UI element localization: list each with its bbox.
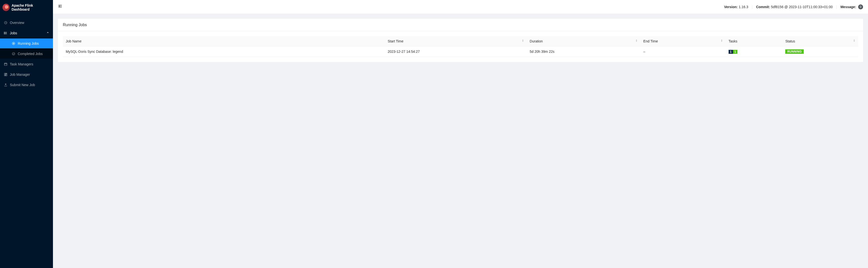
svg-marker-8: [13, 43, 14, 44]
play-circle-icon: [12, 42, 15, 45]
dashboard-icon: [4, 21, 7, 24]
col-duration[interactable]: Duration ▲▼: [527, 36, 641, 46]
sort-icon: ▲▼: [721, 39, 723, 42]
cell-status: RUNNING: [782, 46, 858, 57]
sidebar-submenu-jobs: Jobs Running Jobs: [0, 28, 53, 59]
sort-icon: ▲▼: [853, 39, 855, 42]
app-logo[interactable]: Apache Flink Dashboard: [0, 0, 53, 15]
status-badge: RUNNING: [785, 49, 803, 54]
commit-info: Commit: 5df8156 @ 2023-11-10T11:00:33+01…: [756, 5, 833, 9]
schedule-icon: [4, 62, 7, 66]
cell-start-time: 2023-12-27 14:54:27: [385, 46, 527, 57]
version-value: 1.16.3: [739, 5, 748, 9]
sort-icon: ▲▼: [522, 39, 524, 42]
version-info: Version: 1.16.3: [724, 5, 748, 9]
sidebar-item-label: Completed Jobs: [18, 49, 42, 59]
svg-point-5: [4, 33, 4, 33]
divider-icon: |: [836, 5, 837, 9]
sidebar-item-submit-new-job[interactable]: Submit New Job: [0, 80, 53, 90]
message-count-badge[interactable]: 0: [858, 4, 863, 9]
col-tasks[interactable]: Tasks: [725, 36, 782, 46]
svg-rect-15: [6, 73, 7, 74]
cell-end-time: –: [641, 46, 725, 57]
sidebar-item-running-jobs[interactable]: Running Jobs: [0, 38, 53, 48]
main-content: Version: 1.16.3 | Commit: 5df8156 @ 2023…: [53, 0, 868, 268]
sidebar-item-task-managers[interactable]: Task Managers: [0, 59, 53, 69]
sidebar-item-label: Submit New Job: [10, 80, 35, 90]
check-circle-icon: [12, 52, 15, 56]
commit-label: Commit:: [756, 5, 770, 9]
cell-job-name: MySQL-Doris Sync Database: legend: [63, 46, 385, 57]
cell-duration: 5d 20h 39m 22s: [527, 46, 641, 57]
sidebar-item-jobs[interactable]: Jobs: [0, 28, 53, 38]
svg-point-9: [12, 53, 15, 55]
chevron-up-icon: [46, 28, 49, 38]
sidebar-item-label: Job Manager: [10, 70, 30, 79]
svg-point-4: [4, 32, 4, 32]
sort-icon: ▲▼: [636, 39, 638, 42]
upload-icon: [4, 83, 7, 87]
sidebar-item-label: Overview: [10, 18, 24, 28]
svg-rect-17: [4, 75, 6, 76]
sidebar: Apache Flink Dashboard Overview Jobs: [0, 0, 53, 268]
sidebar-item-label: Task Managers: [10, 59, 33, 69]
col-status[interactable]: Status ▲▼: [782, 36, 858, 46]
table-row[interactable]: MySQL-Doris Sync Database: legend 2023-1…: [63, 46, 858, 57]
nav-menu: Overview Jobs R: [0, 15, 53, 90]
version-label: Version:: [724, 5, 738, 9]
sidebar-item-label: Jobs: [10, 28, 17, 38]
svg-rect-16: [6, 74, 7, 76]
col-start-time[interactable]: Start Time ▲▼: [385, 36, 527, 46]
build-icon: [4, 73, 7, 76]
sidebar-item-label: Running Jobs: [18, 38, 39, 48]
divider-icon: |: [752, 5, 753, 9]
svg-point-6: [4, 34, 4, 34]
svg-rect-10: [4, 63, 7, 65]
running-jobs-card: Running Jobs Job Name Start Time ▲▼: [58, 19, 863, 62]
flink-logo-icon: [2, 4, 10, 11]
page-title: Running Jobs: [58, 19, 863, 31]
message-info[interactable]: Message:: [840, 5, 856, 9]
menu-fold-icon[interactable]: [58, 4, 62, 10]
col-job-name[interactable]: Job Name: [63, 36, 385, 46]
sidebar-item-job-manager[interactable]: Job Manager: [0, 70, 53, 79]
tasks-running-badge: 1: [733, 50, 738, 54]
app-title: Apache Flink Dashboard: [11, 3, 51, 11]
commit-value: 5df8156 @ 2023-11-10T11:00:33+01:00: [771, 5, 833, 9]
jobs-table: Job Name Start Time ▲▼ Duration ▲▼: [63, 36, 858, 57]
col-end-time[interactable]: End Time ▲▼: [641, 36, 725, 46]
sidebar-item-completed-jobs[interactable]: Completed Jobs: [0, 49, 53, 59]
tasks-total-badge: 1: [728, 50, 733, 54]
sidebar-item-overview[interactable]: Overview: [0, 18, 53, 28]
bars-icon: [4, 31, 7, 35]
svg-rect-14: [4, 73, 6, 75]
top-bar: Version: 1.16.3 | Commit: 5df8156 @ 2023…: [53, 0, 868, 14]
message-label: Message:: [840, 5, 856, 9]
cell-tasks: 11: [725, 46, 782, 57]
